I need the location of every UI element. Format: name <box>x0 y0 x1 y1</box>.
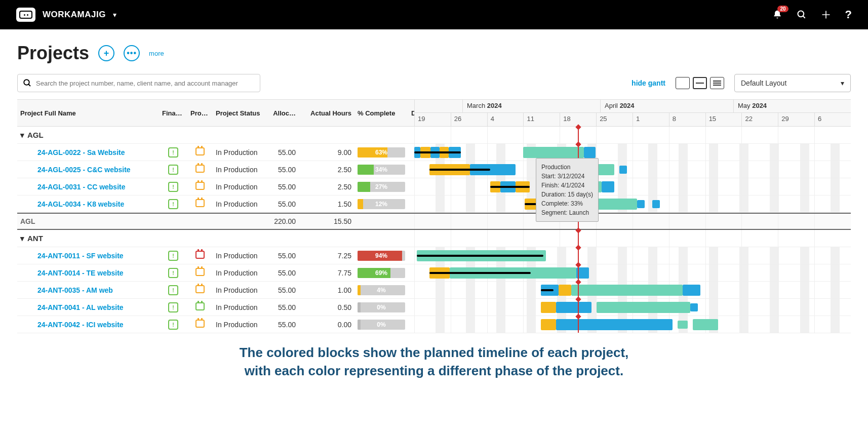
financial-status-icon[interactable]: ! <box>168 285 178 295</box>
actual-hours: 0.00 <box>299 318 354 332</box>
chevron-down-icon[interactable]: ▾ <box>20 131 24 140</box>
view-gantt-icon[interactable] <box>693 77 707 89</box>
financial-status-icon[interactable]: ! <box>168 165 178 175</box>
gantt-bar[interactable] <box>690 303 698 311</box>
top-bar: WORKAMAJIG ▾ 20 ? <box>0 0 868 29</box>
project-status: In Production <box>213 283 268 297</box>
progress-line <box>414 151 461 153</box>
project-health-icon[interactable] <box>195 182 205 190</box>
project-name-link[interactable]: 24-ANT-0035 - AM web <box>17 283 159 297</box>
chevron-down-icon[interactable]: ▾ <box>113 11 116 19</box>
project-status: In Production <box>213 145 268 160</box>
col-header-status[interactable]: Project Status <box>213 104 268 122</box>
gantt-bar[interactable] <box>652 200 660 208</box>
project-name-link[interactable]: 24-ANT-0014 - TE website <box>17 266 159 280</box>
view-list-icon[interactable] <box>710 77 724 89</box>
layout-select[interactable]: Default Layout ▾ <box>734 74 851 92</box>
view-card-icon[interactable] <box>676 77 690 89</box>
group-row[interactable]: ▾ ANT <box>17 230 851 247</box>
gantt-bar[interactable] <box>541 302 556 313</box>
search-box[interactable] <box>17 74 260 92</box>
project-name-link[interactable]: 24-AGL-0031 - CC website <box>17 180 159 194</box>
gantt-bar[interactable] <box>584 147 596 158</box>
project-health-icon[interactable] <box>195 320 205 328</box>
financial-status-icon[interactable]: ! <box>168 251 178 261</box>
gantt-bar[interactable] <box>556 319 673 330</box>
progress-line <box>490 186 530 188</box>
project-health-icon[interactable] <box>195 285 205 293</box>
hide-gantt-link[interactable]: hide gantt <box>632 79 665 87</box>
gantt-bar[interactable] <box>597 302 690 313</box>
project-health-icon[interactable] <box>195 302 205 310</box>
project-name-link[interactable]: 24-AGL-0022 - Sa Website <box>17 145 159 160</box>
month-cell <box>414 100 462 112</box>
actual-hours: 2.50 <box>299 180 354 194</box>
project-name-link[interactable]: 24-ANT-0042 - ICI website <box>17 318 159 332</box>
timeline-header: March 2024April 2024May 2024 19264111825… <box>414 100 851 126</box>
financial-status-icon[interactable]: ! <box>168 320 178 330</box>
financial-status-icon[interactable]: ! <box>168 199 178 209</box>
chevron-down-icon: ▾ <box>841 79 844 87</box>
project-health-icon[interactable] <box>195 199 205 207</box>
brand-area[interactable]: WORKAMAJIG ▾ <box>16 8 116 22</box>
more-link[interactable]: more <box>149 50 164 57</box>
search-icon[interactable] <box>797 10 807 20</box>
month-cell: April 2024 <box>600 100 733 112</box>
search-input[interactable] <box>36 80 255 87</box>
more-actions-button[interactable]: ••• <box>124 45 140 61</box>
financial-status-icon[interactable]: ! <box>168 182 178 192</box>
gantt-bar[interactable] <box>556 302 591 313</box>
project-status: In Production <box>213 300 268 315</box>
financial-status-icon[interactable]: ! <box>168 147 178 158</box>
percent-complete-bar: 12% <box>358 199 405 209</box>
col-header-hours[interactable]: Actual Hours <box>299 104 354 122</box>
gantt-bar[interactable] <box>541 319 556 330</box>
group-row[interactable]: ▾ AGL <box>17 127 851 144</box>
project-health-icon[interactable] <box>195 251 205 259</box>
col-header-fina[interactable]: Fina… <box>159 104 187 122</box>
col-header-alloc[interactable]: Alloc… <box>268 104 299 122</box>
percent-complete-bar: 69% <box>358 268 405 278</box>
project-name-link[interactable]: 24-AGL-0034 - K8 website <box>17 197 159 211</box>
gantt-bar[interactable] <box>619 166 627 174</box>
brand-name: WORKAMAJIG <box>43 10 106 20</box>
col-header-complete[interactable]: % Complete <box>354 104 408 122</box>
help-icon[interactable]: ? <box>845 8 852 21</box>
financial-status-icon[interactable]: ! <box>168 268 178 278</box>
chevron-down-icon[interactable]: ▾ <box>20 234 24 243</box>
gantt-bar[interactable] <box>559 285 571 296</box>
actual-hours: 9.00 <box>299 145 354 160</box>
project-name-link[interactable]: 24-ANT-0041 - AL website <box>17 300 159 315</box>
week-cell: 4 <box>487 113 524 126</box>
notifications-icon[interactable]: 20 <box>772 10 782 20</box>
project-row: 24-ANT-0035 - AM web!In Production55.001… <box>17 282 851 299</box>
gantt-bar[interactable] <box>571 285 683 296</box>
gantt-bar[interactable] <box>523 147 584 158</box>
percent-complete-bar: 94% <box>358 251 405 261</box>
gantt-bar[interactable] <box>678 321 688 329</box>
percent-complete-bar: 0% <box>358 320 405 330</box>
project-row: 24-AGL-0022 - Sa Website!In Production55… <box>17 144 851 161</box>
allocated-hours: 55.00 <box>268 163 299 177</box>
col-header-proj[interactable]: Proj… <box>187 104 213 122</box>
col-header-d[interactable]: D <box>408 104 414 122</box>
col-header-name[interactable]: Project Full Name <box>17 104 159 122</box>
group-name: AGL <box>27 131 44 139</box>
project-health-icon[interactable] <box>195 165 205 173</box>
week-cell: 26 <box>451 113 487 126</box>
actual-hours: 0.50 <box>299 300 354 315</box>
gantt-bar[interactable] <box>637 200 645 208</box>
week-cell: 29 <box>778 113 814 126</box>
financial-status-icon[interactable]: ! <box>168 302 178 312</box>
project-name-link[interactable]: 24-AGL-0025 - C&C website <box>17 163 159 177</box>
gantt-bar[interactable] <box>683 285 700 296</box>
project-name-link[interactable]: 24-ANT-0011 - SF website <box>17 249 159 263</box>
project-health-icon[interactable] <box>195 147 205 155</box>
add-icon[interactable] <box>821 10 831 20</box>
gantt-bar[interactable] <box>602 181 614 192</box>
gantt-bar[interactable] <box>693 319 718 330</box>
toolbar: hide gantt Default Layout ▾ <box>0 69 868 99</box>
actual-hours: 1.00 <box>299 283 354 297</box>
add-project-button[interactable]: + <box>98 45 114 61</box>
project-health-icon[interactable] <box>195 268 205 276</box>
